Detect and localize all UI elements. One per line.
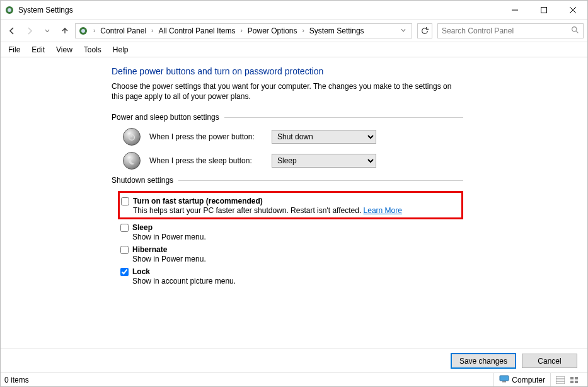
breadcrumb-item[interactable]: All Control Panel Items	[156, 26, 238, 35]
monitor-icon	[499, 375, 509, 384]
learn-more-link[interactable]: Learn More	[364, 206, 402, 215]
menu-view[interactable]: View	[51, 44, 78, 55]
svg-rect-14	[556, 376, 565, 384]
up-button[interactable]	[57, 23, 72, 38]
status-view-icons[interactable]	[550, 373, 584, 386]
control-panel-icon	[78, 26, 88, 36]
sleep-button-label: When I press the sleep button:	[149, 156, 263, 165]
chevron-right-icon: ›	[150, 27, 154, 34]
svg-point-8	[572, 26, 577, 31]
fast-startup-title: Turn on fast startup (recommended)	[133, 197, 263, 205]
power-button-select[interactable]: Shut down	[272, 130, 376, 144]
menubar: File Edit View Tools Help	[1, 42, 587, 57]
breadcrumb-item[interactable]: Power Options	[245, 26, 300, 35]
page-description: Choose the power settings that you want …	[112, 81, 463, 101]
svg-rect-13	[502, 381, 506, 383]
refresh-button[interactable]	[417, 23, 432, 38]
breadcrumb-item[interactable]: System Settings	[307, 26, 367, 35]
power-button-row: When I press the power button: Shut down	[123, 128, 463, 146]
menu-help[interactable]: Help	[108, 44, 134, 55]
svg-rect-19	[570, 381, 574, 383]
save-button[interactable]: Save changes	[451, 354, 516, 368]
search-icon[interactable]	[571, 26, 579, 36]
recent-dropdown[interactable]	[40, 23, 55, 38]
hibernate-desc: Show in Power menu.	[132, 255, 463, 263]
hibernate-checkbox[interactable]	[120, 246, 129, 254]
lock-item: Lock Show in account picture menu.	[120, 267, 463, 286]
chevron-right-icon: ›	[92, 27, 96, 34]
content-area: Define power buttons and turn on passwor…	[1, 57, 587, 349]
fast-startup-item: Turn on fast startup (recommended) This …	[118, 191, 463, 219]
power-button-label: When I press the power button:	[149, 132, 263, 141]
chevron-down-icon[interactable]	[396, 26, 410, 35]
lock-checkbox[interactable]	[120, 268, 129, 276]
navbar: › Control Panel › All Control Panel Item…	[1, 20, 587, 42]
app-icon	[4, 5, 14, 15]
svg-rect-20	[575, 381, 578, 383]
maximize-button[interactable]	[529, 1, 558, 20]
breadcrumb-item[interactable]: Control Panel	[98, 26, 149, 35]
section-shutdown-heading: Shutdown settings	[112, 176, 463, 185]
svg-line-9	[576, 31, 578, 33]
search-box[interactable]	[437, 23, 584, 38]
lock-desc: Show in account picture menu.	[132, 277, 463, 286]
footer-buttons: Save changes Cancel	[1, 349, 587, 373]
menu-tools[interactable]: Tools	[79, 44, 107, 55]
icons-view-icon[interactable]	[570, 376, 579, 384]
back-button[interactable]	[4, 23, 20, 38]
minimize-button[interactable]	[500, 1, 529, 20]
sleep-checkbox[interactable]	[120, 224, 129, 232]
hibernate-item: Hibernate Show in Power menu.	[120, 245, 463, 263]
power-icon	[123, 128, 141, 146]
search-input[interactable]	[442, 26, 571, 35]
titlebar: System Settings	[1, 1, 587, 20]
hibernate-title: Hibernate	[132, 245, 167, 254]
sleep-button-row: When I press the sleep button: Sleep	[123, 152, 463, 170]
chevron-right-icon: ›	[301, 27, 306, 34]
breadcrumb[interactable]: › Control Panel › All Control Panel Item…	[75, 23, 412, 38]
chevron-right-icon: ›	[239, 27, 243, 34]
cancel-button[interactable]: Cancel	[522, 354, 577, 368]
section-power-heading: Power and sleep button settings	[112, 113, 463, 122]
fast-startup-desc: This helps start your PC faster after sh…	[133, 206, 361, 215]
shutdown-settings-list: Turn on fast startup (recommended) This …	[112, 191, 463, 286]
page-heading: Define power buttons and turn on passwor…	[112, 66, 463, 76]
svg-rect-12	[500, 376, 509, 381]
svg-rect-18	[575, 377, 578, 379]
lock-title: Lock	[132, 267, 150, 276]
sleep-icon	[123, 152, 141, 170]
details-view-icon[interactable]	[556, 376, 565, 384]
sleep-item: Sleep Show in Power menu.	[120, 223, 463, 241]
forward-button[interactable]	[22, 23, 37, 38]
svg-point-1	[8, 8, 11, 12]
status-computer: Computer	[493, 373, 550, 386]
status-items: 0 items	[4, 376, 29, 384]
sleep-desc: Show in Power menu.	[132, 233, 463, 241]
svg-point-7	[81, 29, 85, 33]
svg-rect-17	[570, 377, 574, 379]
sleep-title: Sleep	[132, 223, 153, 232]
svg-rect-3	[541, 7, 547, 13]
window-title: System Settings	[18, 6, 73, 14]
fast-startup-checkbox[interactable]	[121, 197, 129, 205]
menu-edit[interactable]: Edit	[26, 44, 50, 55]
close-button[interactable]	[558, 1, 587, 20]
statusbar: 0 items Computer	[1, 373, 587, 386]
sleep-button-select[interactable]: Sleep	[272, 154, 376, 168]
menu-file[interactable]: File	[3, 44, 25, 55]
